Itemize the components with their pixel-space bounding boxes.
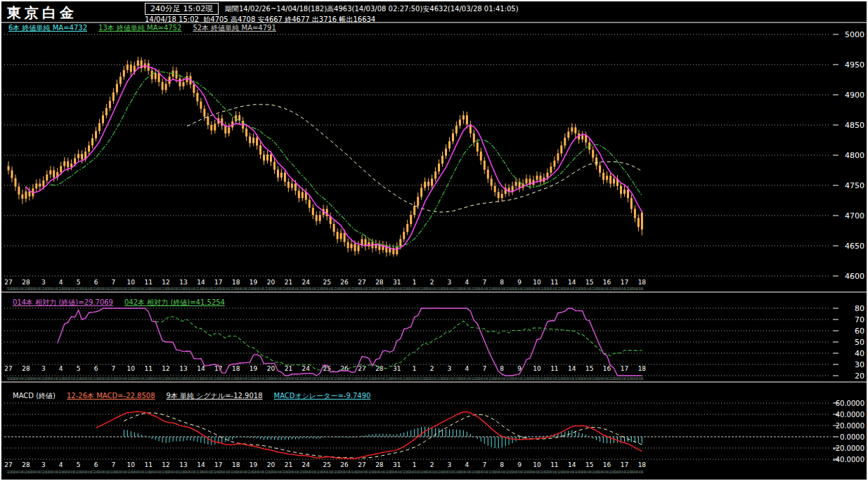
- instrument-title: 東京白金: [7, 4, 77, 22]
- timeframe-indicator[interactable]: 240分足 15:02現: [145, 3, 219, 15]
- date-label: 10: [533, 279, 541, 286]
- date-label: 12: [162, 365, 169, 372]
- date-label: 5: [77, 461, 81, 468]
- rsi-axis-label: 30: [855, 360, 864, 369]
- date-label: 14: [568, 461, 576, 468]
- legend-item[interactable]: 042本 相対力 (終値)=41.5254: [124, 298, 225, 306]
- rsi-axis-label: 70: [855, 315, 864, 324]
- date-label: 13: [179, 461, 187, 468]
- legend-item[interactable]: 6本 終値単純 MA=4732: [8, 24, 87, 32]
- date-label: 27: [4, 279, 12, 286]
- time-axis-row: 12:0018:00 0:00 12:0018:00 0:00 12:0018:…: [7, 470, 643, 474]
- price-axis-label: 4650: [845, 242, 864, 251]
- date-label: 7: [482, 461, 486, 468]
- price-axis-label: 4750: [845, 181, 864, 190]
- date-label: 17: [621, 365, 628, 372]
- date-label: 9: [517, 279, 522, 286]
- date-label: 4: [59, 365, 63, 372]
- date-label: 3: [41, 365, 46, 372]
- macd-axis-label: 0.0000: [840, 433, 864, 441]
- date-label: 26: [340, 461, 349, 468]
- date-label: 5: [77, 279, 81, 286]
- date-label: 21: [285, 365, 292, 372]
- date-label: 5: [77, 365, 81, 372]
- price-axis-label: 4700: [845, 211, 864, 220]
- date-label: 3: [448, 279, 452, 286]
- legend-item[interactable]: 52本 終値単純 MA=4791: [193, 24, 276, 32]
- macd-histogram: [124, 427, 642, 449]
- date-label: 7: [112, 365, 116, 372]
- date-label: 27: [358, 279, 365, 286]
- date-label: 10: [533, 461, 541, 468]
- date-label: 16: [603, 279, 611, 286]
- date-label: 7: [482, 365, 486, 372]
- date-label: 31: [393, 279, 401, 286]
- rsi42-line: [155, 317, 642, 372]
- date-label: 14: [568, 279, 576, 286]
- rsi-axis-label: 80: [855, 304, 864, 313]
- date-label: 28: [22, 365, 30, 372]
- date-label: 24: [302, 461, 311, 468]
- date-label: 11: [144, 279, 152, 286]
- date-label: 7: [112, 279, 116, 286]
- date-label: 13: [179, 365, 187, 372]
- date-label: 19: [250, 279, 258, 286]
- date-label: 8: [500, 279, 504, 286]
- date-label: 18: [232, 461, 240, 468]
- date-label: 27: [4, 461, 12, 468]
- legend-item[interactable]: 9本 単純 シグナル=-12.9018: [167, 392, 263, 400]
- macd-axis-label: -40.0000: [833, 456, 864, 463]
- legend-item[interactable]: 13本 終値単純 MA=4752: [98, 24, 181, 32]
- date-label: 8: [500, 365, 504, 372]
- date-label: 10: [127, 279, 136, 286]
- date-label: 4: [465, 365, 469, 372]
- date-label: 7: [482, 279, 486, 286]
- date-label: 31: [393, 365, 401, 372]
- date-label: 14: [568, 365, 576, 372]
- date-label: 15: [585, 461, 593, 468]
- date-label: 11: [550, 461, 558, 468]
- time-axis-row: 12:0018:00 0:00 12:0018:00 0:00 12:0018:…: [7, 376, 643, 381]
- macd-legend: MACD (終値)12-26本 MACD=-22.85089本 単純 シグナル=…: [13, 391, 382, 401]
- candlesticks: [8, 57, 643, 257]
- date-label: 25: [323, 279, 330, 286]
- price-axis-label: 5000: [845, 30, 864, 39]
- date-label: 31: [393, 461, 401, 468]
- date-label: 16: [603, 365, 611, 372]
- rsi-axis-label: 40: [855, 349, 864, 358]
- date-label: 13: [179, 279, 187, 286]
- date-label: 28: [22, 461, 30, 468]
- date-label: 20: [267, 279, 276, 286]
- date-label: 27: [358, 461, 365, 468]
- date-label: 2: [430, 279, 434, 286]
- price-axis-label: 4600: [845, 272, 864, 281]
- date-label: 2: [430, 461, 434, 468]
- date-label: 18: [232, 279, 240, 286]
- date-label: 7: [112, 461, 116, 468]
- date-label: 6: [94, 279, 98, 286]
- date-label: 10: [127, 365, 136, 372]
- macd-axis-label: -20.0000: [833, 444, 864, 452]
- chart-plot-area: 5000495049004850480047504700465046008070…: [1, 1, 868, 481]
- date-label: 20: [267, 461, 276, 468]
- date-label: 11: [550, 279, 558, 286]
- chart-window: 5000495049004850480047504700465046008070…: [0, 0, 868, 481]
- date-label: 25: [323, 461, 330, 468]
- legend-item[interactable]: MACDオシレーター=-9.7490: [274, 392, 371, 400]
- legend-item[interactable]: 12-26本 MACD=-22.8508: [67, 392, 155, 400]
- price-axis-label: 4950: [845, 60, 864, 70]
- date-label: 12: [162, 279, 169, 286]
- date-label: 18: [638, 279, 647, 286]
- rsi-axis-label: 20: [855, 371, 864, 381]
- date-label: 10: [533, 365, 541, 372]
- date-label: 28: [22, 279, 30, 286]
- legend-item[interactable]: 014本 相対力 (終値)=29.7069: [13, 298, 113, 306]
- date-label: 24: [302, 365, 311, 372]
- rsi-axis-label: 60: [855, 327, 864, 336]
- price-axis-label: 4900: [845, 91, 864, 100]
- date-label: 18: [232, 365, 240, 372]
- date-label: 11: [144, 461, 152, 468]
- date-label: 21: [285, 461, 292, 468]
- date-label: 3: [41, 461, 46, 468]
- date-label: 3: [41, 279, 46, 286]
